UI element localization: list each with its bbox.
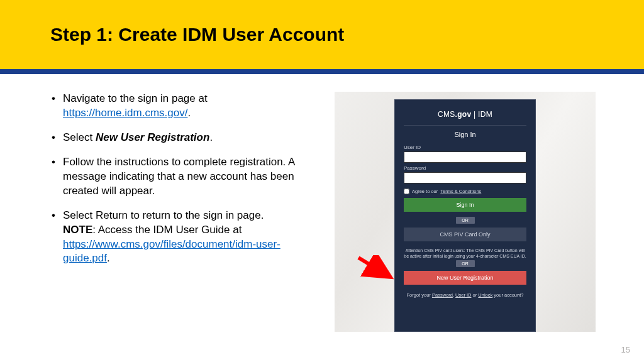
text: or <box>471 292 478 298</box>
content-area: Navigate to the sign in page at https://… <box>0 74 644 332</box>
agree-checkbox[interactable] <box>404 189 409 194</box>
new-user-registration-button[interactable]: New User Registration <box>404 271 526 285</box>
list-item: Navigate to the sign in page at https://… <box>52 92 297 121</box>
piv-note: Attention CMS PIV card users: The CMS PI… <box>404 248 526 259</box>
text: . <box>107 252 110 264</box>
password-label: Password <box>404 165 526 171</box>
text: . <box>187 107 191 119</box>
userid-input[interactable] <box>404 151 526 163</box>
text: : Access the IDM User Guide at <box>92 224 242 236</box>
header-divider <box>0 69 644 74</box>
unlock-account-link[interactable]: Unlock <box>478 292 492 298</box>
list-item: Select Return to return to the sign in p… <box>52 209 297 266</box>
signin-title: Sign In <box>404 126 526 142</box>
text: Select <box>63 131 96 143</box>
or-divider-2: OR <box>456 260 475 267</box>
forgot-userid-link[interactable]: User ID <box>455 292 471 298</box>
forgot-password-link[interactable]: Password <box>432 292 453 298</box>
list-item: Select New User Registration. <box>52 131 297 145</box>
page-number: 15 <box>621 345 630 354</box>
text: your account? <box>492 292 523 298</box>
forgot-row: Forgot your Password, User ID or Unlock … <box>404 292 526 298</box>
screenshot-background: CMS.gov | IDM Sign In User ID Password A… <box>335 92 596 332</box>
password-input[interactable] <box>404 172 526 184</box>
or-divider: OR <box>456 217 475 224</box>
logo-idm: IDM <box>478 110 492 119</box>
page-title: Step 1: Create IDM User Account <box>50 24 644 45</box>
logo-gov: .gov <box>455 110 472 119</box>
text: Navigate to the sign in page at <box>63 92 208 104</box>
logo-sep: | <box>471 110 478 119</box>
piv-card-button[interactable]: CMS PIV Card Only <box>404 228 526 241</box>
agree-row: Agree to our Terms & Conditions <box>404 189 526 194</box>
signin-url-link[interactable]: https://home.idm.cms.gov/ <box>63 107 187 119</box>
signin-panel: CMS.gov | IDM Sign In User ID Password A… <box>394 99 536 332</box>
emphasis-text: New User Registration <box>96 131 209 143</box>
terms-link[interactable]: Terms & Conditions <box>440 189 481 194</box>
instruction-list: Navigate to the sign in page at https://… <box>52 92 297 266</box>
signin-button[interactable]: Sign In <box>404 198 526 212</box>
header-band: Step 1: Create IDM User Account <box>0 0 644 69</box>
user-guide-link[interactable]: https://www.cms.gov/files/document/idm-u… <box>63 238 280 265</box>
note-label: NOTE <box>63 224 92 236</box>
text: Forgot your <box>407 292 432 298</box>
text: Follow the instructions to complete regi… <box>63 156 295 197</box>
panel-logo: CMS.gov | IDM <box>404 106 526 126</box>
text: Select Return to return to the sign in p… <box>63 209 264 221</box>
userid-label: User ID <box>404 145 526 150</box>
text: . <box>209 131 213 143</box>
agree-pre: Agree to our <box>412 189 438 194</box>
instructions-column: Navigate to the sign in page at https://… <box>52 92 316 332</box>
logo-cms: CMS <box>438 110 455 119</box>
list-item: Follow the instructions to complete regi… <box>52 155 297 199</box>
screenshot-column: CMS.gov | IDM Sign In User ID Password A… <box>335 92 596 332</box>
